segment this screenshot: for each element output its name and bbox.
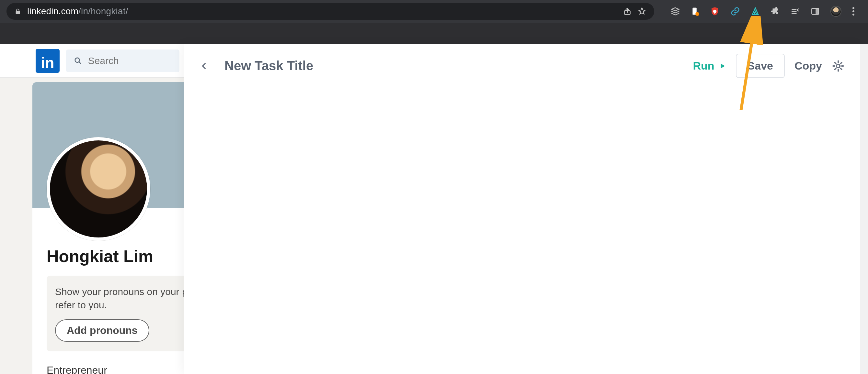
browser-toolbar: linkedin.com/in/hongkiat/ <box>0 0 868 23</box>
ublock-icon[interactable] <box>710 6 720 16</box>
task-title[interactable]: New Task Title <box>224 59 313 73</box>
url-text: linkedin.com/in/hongkiat/ <box>27 6 128 16</box>
svg-rect-5 <box>714 11 715 14</box>
scrollbar[interactable] <box>860 44 868 374</box>
copy-button[interactable]: Copy <box>795 60 822 72</box>
linkedin-logo[interactable]: in <box>36 49 60 73</box>
run-button[interactable]: Run <box>693 60 726 72</box>
back-button[interactable] <box>200 60 208 72</box>
axiom-icon[interactable] <box>751 6 760 16</box>
svg-point-10 <box>852 13 855 15</box>
save-button[interactable]: Save <box>736 54 785 78</box>
svg-point-8 <box>852 7 855 9</box>
reading-list-icon[interactable] <box>790 7 800 15</box>
svg-point-9 <box>852 10 855 12</box>
address-bar[interactable]: linkedin.com/in/hongkiat/ <box>6 3 654 20</box>
profile-avatar-icon[interactable] <box>831 6 841 17</box>
gear-icon <box>832 60 845 72</box>
kebab-menu-icon[interactable] <box>852 6 855 16</box>
panel-toolbar: New Task Title Run Save Copy <box>184 44 860 88</box>
add-pronouns-button[interactable]: Add pronouns <box>55 319 149 342</box>
sidepanel-icon[interactable] <box>810 7 820 16</box>
share-icon[interactable] <box>623 7 631 15</box>
run-label: Run <box>693 60 714 72</box>
search-input[interactable] <box>88 55 172 66</box>
lock-icon <box>14 7 21 15</box>
search-icon <box>74 56 82 66</box>
url-path: /in/hongkiat/ <box>79 6 128 16</box>
pronouns-line2: refer to you. <box>55 300 107 310</box>
pronouns-line1: Show your pronouns on your p <box>55 286 188 297</box>
extensions-row <box>671 6 855 17</box>
svg-rect-0 <box>16 11 20 14</box>
browser-strip <box>0 23 868 44</box>
linkedin-search[interactable] <box>66 49 180 72</box>
star-icon[interactable] <box>638 7 647 16</box>
puzzle-icon[interactable] <box>770 6 780 16</box>
extension-panel: New Task Title Run Save Copy <box>184 44 860 374</box>
settings-button[interactable] <box>832 60 845 72</box>
orange-badge-icon[interactable] <box>690 6 700 16</box>
play-icon <box>719 62 726 70</box>
buffer-icon[interactable] <box>671 6 680 16</box>
chainlink-icon[interactable] <box>730 6 740 16</box>
svg-rect-7 <box>815 8 818 14</box>
url-host: linkedin.com <box>27 6 79 16</box>
profile-avatar[interactable] <box>46 137 150 241</box>
svg-point-12 <box>837 64 840 68</box>
svg-point-3 <box>695 12 699 16</box>
